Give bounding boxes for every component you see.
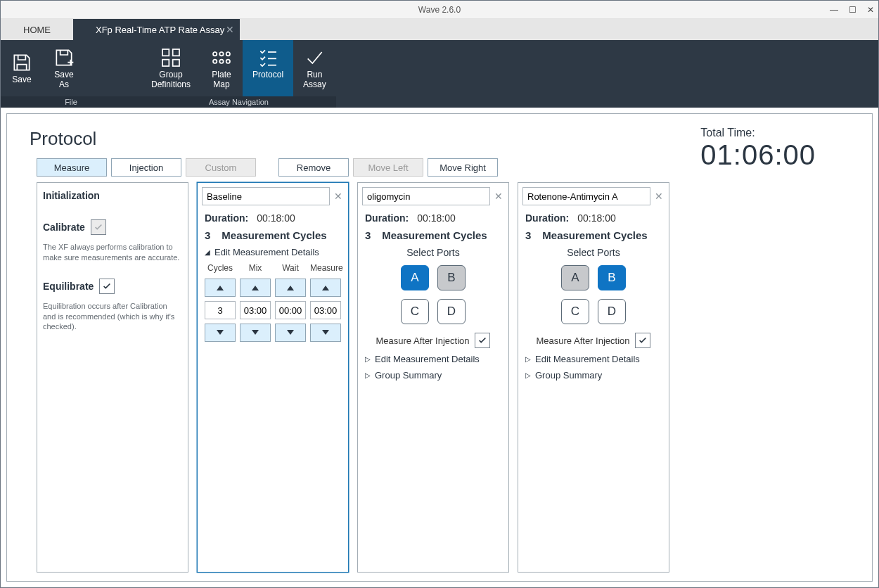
protocol-card-baseline[interactable]: ✕ Duration: 00:18:00 3 Measurement Cycle… bbox=[197, 182, 349, 573]
ribbon-run-assay[interactable]: Run Assay bbox=[293, 40, 336, 96]
cycles-up-button[interactable] bbox=[205, 279, 236, 297]
mix-value-input[interactable] bbox=[240, 301, 271, 319]
port-a[interactable]: A bbox=[561, 265, 589, 290]
ribbon: Save Save As File Group Definitions bbox=[1, 40, 878, 108]
window-title: Wave 2.6.0 bbox=[418, 5, 461, 15]
mix-up-button[interactable] bbox=[240, 279, 271, 297]
card-close-icon[interactable]: ✕ bbox=[493, 191, 504, 202]
wait-down-button[interactable] bbox=[275, 324, 306, 342]
triangle-right-icon: ▷ bbox=[365, 355, 371, 363]
port-d[interactable]: D bbox=[598, 299, 626, 324]
triangle-right-icon: ▷ bbox=[525, 371, 531, 379]
port-b[interactable]: B bbox=[437, 265, 466, 290]
duration-value: 00:18:00 bbox=[257, 212, 295, 224]
save-as-icon bbox=[53, 47, 75, 68]
protocol-icon bbox=[257, 47, 279, 68]
remove-button[interactable]: Remove bbox=[278, 158, 349, 177]
svg-rect-2 bbox=[162, 59, 169, 65]
tab-home[interactable]: HOME bbox=[1, 19, 73, 40]
edit-measurement-details-toggle[interactable]: ◢ Edit Measurement Details bbox=[205, 247, 341, 257]
cycles-label: Measurement Cycles bbox=[542, 229, 647, 241]
measurement-spinner-grid: Cycles Mix Wait Measure bbox=[205, 263, 341, 342]
measure-after-injection-label: Measure After Injection bbox=[537, 335, 630, 346]
port-d[interactable]: D bbox=[437, 299, 466, 324]
move-left-button: Move Left bbox=[353, 158, 423, 177]
measure-up-button[interactable] bbox=[310, 279, 341, 297]
group-definitions-icon bbox=[160, 47, 182, 68]
svg-rect-3 bbox=[173, 59, 179, 65]
group-summary-toggle[interactable]: ▷ Group Summary bbox=[525, 370, 662, 381]
edit-measurement-details-toggle[interactable]: ▷ Edit Measurement Details bbox=[525, 354, 662, 364]
save-icon bbox=[11, 52, 33, 73]
custom-button: Custom bbox=[186, 158, 256, 177]
window-titlebar: Wave 2.6.0 — ☐ ✕ bbox=[1, 1, 878, 19]
svg-point-9 bbox=[226, 59, 230, 63]
duration-value: 00:18:00 bbox=[577, 212, 616, 224]
ribbon-group-definitions[interactable]: Group Definitions bbox=[141, 40, 200, 96]
measure-button[interactable]: Measure bbox=[37, 158, 107, 177]
measure-down-button[interactable] bbox=[310, 324, 341, 342]
equilibrate-label: Equilibrate bbox=[43, 281, 94, 292]
duration-label: Duration: bbox=[525, 212, 569, 224]
protocol-page: Protocol Total Time: 01:06:00 Measure In… bbox=[6, 113, 873, 582]
initialization-card: Initialization Calibrate The XF always p… bbox=[37, 182, 188, 573]
cycles-count: 3 bbox=[365, 229, 376, 241]
move-right-button[interactable]: Move Right bbox=[428, 158, 498, 177]
total-time-value: 01:06:00 bbox=[700, 139, 816, 171]
card-name-input[interactable] bbox=[522, 187, 650, 205]
triangle-right-icon: ▷ bbox=[365, 371, 371, 379]
total-time: Total Time: 01:06:00 bbox=[700, 127, 816, 171]
ribbon-save-as[interactable]: Save As bbox=[43, 40, 85, 96]
port-c[interactable]: C bbox=[561, 299, 589, 324]
ribbon-group-assaynav-label: Assay Navigation bbox=[141, 96, 336, 108]
card-close-icon[interactable]: ✕ bbox=[333, 191, 344, 202]
total-time-label: Total Time: bbox=[700, 127, 816, 139]
measure-after-injection-checkbox[interactable] bbox=[475, 333, 490, 348]
ribbon-group-file-label: File bbox=[1, 96, 141, 108]
card-name-input[interactable] bbox=[202, 187, 330, 205]
wait-value-input[interactable] bbox=[275, 301, 306, 319]
port-b[interactable]: B bbox=[598, 265, 626, 290]
protocol-card-rotenone[interactable]: ✕ Duration: 00:18:00 3 Measurement Cycle… bbox=[518, 182, 669, 573]
ribbon-plate-map[interactable]: Plate Map bbox=[200, 40, 243, 96]
svg-point-8 bbox=[219, 59, 223, 63]
measure-after-injection-label: Measure After Injection bbox=[376, 335, 470, 346]
wait-up-button[interactable] bbox=[275, 279, 306, 297]
injection-button[interactable]: Injection bbox=[111, 158, 181, 177]
cycles-down-button[interactable] bbox=[205, 324, 236, 342]
close-icon[interactable]: ✕ bbox=[866, 5, 875, 15]
initialization-heading: Initialization bbox=[43, 190, 182, 201]
duration-label: Duration: bbox=[205, 212, 248, 224]
calibrate-help: The XF always performs calibration to ma… bbox=[43, 242, 182, 263]
duration-value: 00:18:00 bbox=[417, 212, 456, 224]
cycles-value-input[interactable] bbox=[205, 301, 236, 319]
card-name-input[interactable] bbox=[362, 187, 490, 205]
svg-point-7 bbox=[213, 59, 217, 63]
port-a[interactable]: A bbox=[401, 265, 429, 290]
tab-document[interactable]: XFp Real-Time ATP Rate Assay ✕ bbox=[73, 19, 240, 40]
ribbon-protocol[interactable]: Protocol bbox=[243, 40, 293, 96]
cycles-label: Measurement Cycles bbox=[382, 229, 487, 241]
equilibrate-checkbox[interactable] bbox=[99, 279, 115, 294]
calibrate-checkbox bbox=[91, 219, 106, 235]
port-c[interactable]: C bbox=[401, 299, 429, 324]
measure-value-input[interactable] bbox=[310, 301, 341, 319]
close-tab-icon[interactable]: ✕ bbox=[226, 24, 234, 35]
group-summary-toggle[interactable]: ▷ Group Summary bbox=[365, 370, 501, 381]
minimize-icon[interactable]: — bbox=[829, 5, 839, 15]
protocol-card-oligomycin[interactable]: ✕ Duration: 00:18:00 3 Measurement Cycle… bbox=[357, 182, 509, 573]
ribbon-save[interactable]: Save bbox=[1, 40, 43, 96]
maximize-icon[interactable]: ☐ bbox=[847, 5, 857, 15]
edit-measurement-details-toggle[interactable]: ▷ Edit Measurement Details bbox=[365, 354, 501, 364]
measure-after-injection-checkbox[interactable] bbox=[635, 333, 650, 348]
cycles-count: 3 bbox=[205, 229, 216, 241]
port-grid: A B C D bbox=[558, 265, 629, 324]
run-assay-icon bbox=[303, 47, 326, 68]
cycles-count: 3 bbox=[525, 229, 537, 241]
card-close-icon[interactable]: ✕ bbox=[653, 191, 665, 202]
calibrate-label: Calibrate bbox=[43, 222, 85, 233]
svg-point-6 bbox=[226, 52, 230, 56]
mix-down-button[interactable] bbox=[240, 324, 271, 342]
port-grid: A B C D bbox=[398, 265, 468, 324]
select-ports-label: Select Ports bbox=[365, 247, 501, 258]
